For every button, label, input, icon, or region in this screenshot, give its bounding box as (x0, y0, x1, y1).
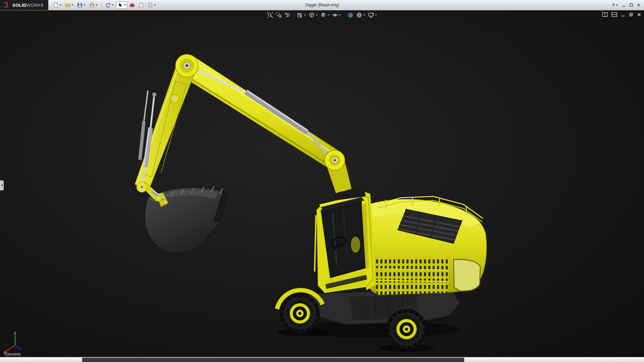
previous-view-button[interactable] (284, 11, 291, 19)
open-button[interactable] (64, 1, 75, 9)
save-icon (77, 2, 83, 8)
brand-text: SOLIDWORKS (12, 3, 44, 8)
collapse-arrow-icon (1, 184, 3, 187)
window-title: Digger [Read-only] (305, 3, 339, 7)
zoom-to-fit-button[interactable] (266, 11, 274, 19)
edit-appearance-button[interactable] (347, 11, 354, 19)
print-icon (89, 2, 95, 8)
pane-right-icon[interactable] (611, 12, 617, 17)
undo-button[interactable] (104, 1, 115, 9)
dropdown-caret[interactable] (616, 4, 618, 6)
minimize-button[interactable] (622, 3, 626, 7)
design-library-button[interactable] (137, 1, 145, 9)
save-button[interactable] (76, 1, 87, 9)
orientation-triad (4, 331, 21, 353)
view-settings-button[interactable] (367, 11, 378, 19)
zoom-to-fit-icon (267, 12, 273, 18)
pane-left-icon[interactable] (602, 12, 608, 17)
dropdown-caret[interactable] (375, 14, 377, 16)
doc-close-button[interactable] (637, 12, 641, 17)
dropdown-caret[interactable] (96, 4, 98, 6)
view-orientation-label: *Dimetric (3, 352, 21, 357)
doc-minimize-button[interactable] (621, 12, 625, 17)
view-orientation-button[interactable] (308, 11, 318, 19)
xpress-tools-button[interactable] (128, 1, 136, 9)
section-view-button[interactable] (296, 11, 307, 19)
print-button[interactable] (88, 1, 99, 9)
dropdown-caret[interactable] (84, 4, 86, 6)
design-library-icon (139, 2, 144, 8)
document-window-controls (602, 12, 641, 17)
zoom-to-area-button[interactable] (275, 11, 282, 19)
close-button[interactable] (637, 3, 641, 7)
dropdown-caret[interactable] (124, 4, 126, 6)
cab-handrail (315, 215, 316, 272)
dropdown-caret[interactable] (316, 14, 318, 16)
rear-side-window (453, 259, 480, 291)
hide-show-items-button[interactable] (331, 11, 342, 19)
heads-up-view-toolbar (266, 11, 378, 19)
view-orientation-icon (309, 12, 315, 18)
section-view-icon (297, 12, 303, 18)
status-bar (0, 357, 644, 362)
hide-show-items-icon (332, 12, 338, 18)
zoom-to-area-icon (276, 12, 282, 18)
operator-cab[interactable] (315, 189, 376, 293)
feature-tree-collapse-tab[interactable] (0, 180, 4, 190)
dropdown-caret[interactable] (154, 4, 156, 6)
solidworks-logo: SOLIDWORKS (0, 0, 48, 10)
dropdown-caret[interactable] (327, 14, 329, 16)
open-folder-icon (65, 2, 70, 8)
dropdown-caret[interactable] (339, 14, 341, 16)
display-style-icon (320, 12, 326, 18)
dropdown-caret[interactable] (71, 4, 73, 6)
dropdown-caret[interactable] (363, 14, 365, 16)
previous-view-icon (284, 12, 290, 18)
dropdown-caret[interactable] (112, 4, 114, 6)
titlebar-controls: ? (612, 3, 644, 8)
help-label: ? (612, 3, 615, 8)
main-toolbar (52, 1, 157, 9)
operator-seat (351, 237, 360, 253)
model-scene[interactable] (0, 10, 644, 357)
graphics-viewport[interactable]: *Dimetric (0, 10, 644, 357)
y-axis-arrow (14, 331, 16, 334)
new-document-button[interactable] (52, 1, 63, 9)
options-button[interactable] (146, 1, 157, 9)
boom-shade (183, 74, 331, 166)
doc-restore-button[interactable] (629, 12, 633, 17)
view-settings-icon (368, 12, 374, 18)
rear-wheel[interactable] (387, 309, 426, 349)
dropdown-caret[interactable] (59, 4, 61, 6)
front-wheel[interactable] (280, 294, 319, 333)
toolbar-separator (101, 2, 102, 8)
help-button[interactable]: ? (612, 3, 618, 8)
select-cursor-icon (117, 2, 123, 8)
undo-icon (105, 2, 111, 8)
new-document-icon (53, 2, 58, 8)
excavator-body[interactable] (277, 189, 487, 352)
edit-appearance-icon (347, 12, 354, 18)
select-button[interactable] (116, 1, 127, 9)
status-bar-dark-segment (82, 358, 464, 362)
solidworks-logo-icon (3, 2, 10, 8)
app-titlebar: SOLIDWORKS (0, 0, 644, 10)
xpress-tools-icon (129, 2, 135, 8)
apply-scene-icon (356, 12, 362, 18)
apply-scene-button[interactable] (356, 11, 366, 19)
side-vents (370, 257, 449, 295)
options-icon (148, 2, 153, 8)
maximize-button[interactable] (629, 3, 633, 7)
display-style-button[interactable] (320, 11, 330, 19)
dropdown-caret[interactable] (304, 14, 306, 16)
